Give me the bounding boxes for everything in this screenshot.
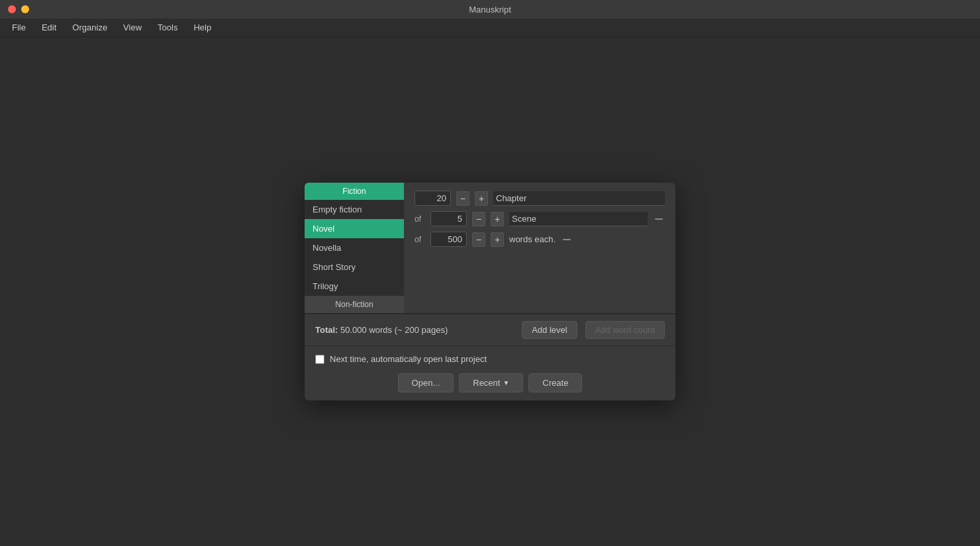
svg-rect-1 <box>563 239 571 240</box>
add-word-count-button[interactable]: Add word count <box>585 321 665 339</box>
list-item-novella[interactable]: Novella <box>305 238 404 257</box>
words-increment-btn[interactable]: + <box>491 232 504 247</box>
menu-edit[interactable]: Edit <box>35 20 63 35</box>
words-label: words each. <box>509 234 556 244</box>
scene-row: of − + <box>415 211 665 226</box>
app-title: Manuskript <box>469 5 511 15</box>
menu-organize[interactable]: Organize <box>66 20 114 35</box>
total-value: 50.000 words (~ 200 pages) <box>340 325 448 335</box>
words-of-label: of <box>415 235 425 244</box>
config-panel: − + of − + <box>404 183 675 313</box>
words-decrement-btn[interactable]: − <box>472 232 485 247</box>
main-content: Fiction Empty fiction Novel Novella Shor… <box>0 37 980 546</box>
chapter-name-input[interactable] <box>493 191 665 206</box>
total-text: Total: 50.000 words (~ 200 pages) <box>315 325 514 335</box>
scene-decrement-btn[interactable]: − <box>472 212 485 226</box>
scene-count-input[interactable] <box>430 211 467 226</box>
fiction-group-header: Fiction <box>305 183 404 200</box>
template-list: Fiction Empty fiction Novel Novella Shor… <box>305 183 404 313</box>
auto-open-label: Next time, automatically open last proje… <box>330 354 487 364</box>
menu-bar: File Edit Organize View Tools Help <box>0 19 980 37</box>
non-fiction-group-header: Non-fiction <box>305 296 404 313</box>
scene-delete-btn[interactable] <box>653 213 665 225</box>
bottom-section: Next time, automatically open last proje… <box>305 345 675 400</box>
list-item-empty-fiction[interactable]: Empty fiction <box>305 200 404 219</box>
top-section: Fiction Empty fiction Novel Novella Shor… <box>305 183 675 314</box>
minimize-button[interactable] <box>21 5 29 13</box>
chapter-row: − + <box>415 191 665 206</box>
menu-tools[interactable]: Tools <box>151 20 184 35</box>
menu-file[interactable]: File <box>5 20 32 35</box>
recent-arrow-icon: ▼ <box>503 379 509 387</box>
chapter-decrement-btn[interactable]: − <box>456 191 469 206</box>
menu-help[interactable]: Help <box>187 20 218 35</box>
recent-button[interactable]: Recent ▼ <box>459 373 523 392</box>
auto-open-row: Next time, automatically open last proje… <box>315 354 665 364</box>
title-bar: Manuskript <box>0 0 980 19</box>
recent-label: Recent <box>473 378 500 388</box>
bottom-buttons: Open... Recent ▼ Create <box>315 373 665 392</box>
create-button[interactable]: Create <box>528 373 582 392</box>
dialog-body: Fiction Empty fiction Novel Novella Shor… <box>305 183 675 400</box>
chapter-increment-btn[interactable]: + <box>475 191 488 206</box>
close-button[interactable] <box>8 5 16 13</box>
list-item-short-story[interactable]: Short Story <box>305 257 404 277</box>
auto-open-checkbox[interactable] <box>315 355 324 364</box>
open-button[interactable]: Open... <box>398 373 454 392</box>
add-level-button[interactable]: Add level <box>522 321 577 339</box>
list-item-trilogy[interactable]: Trilogy <box>305 277 404 296</box>
new-project-dialog: Fiction Empty fiction Novel Novella Shor… <box>305 183 675 400</box>
scene-of-label: of <box>415 214 425 224</box>
scene-name-input[interactable] <box>509 212 648 226</box>
svg-rect-0 <box>655 218 663 220</box>
menu-view[interactable]: View <box>117 20 148 35</box>
words-delete-btn[interactable] <box>561 234 573 246</box>
chapter-count-input[interactable] <box>415 191 451 206</box>
list-item-novel[interactable]: Novel <box>305 219 404 238</box>
words-count-input[interactable] <box>430 232 467 247</box>
total-row: Total: 50.000 words (~ 200 pages) Add le… <box>305 314 675 345</box>
scene-increment-btn[interactable]: + <box>491 212 504 226</box>
window-controls <box>8 5 29 13</box>
words-row: of − + words each. <box>415 232 665 247</box>
total-label: Total: <box>315 325 340 335</box>
